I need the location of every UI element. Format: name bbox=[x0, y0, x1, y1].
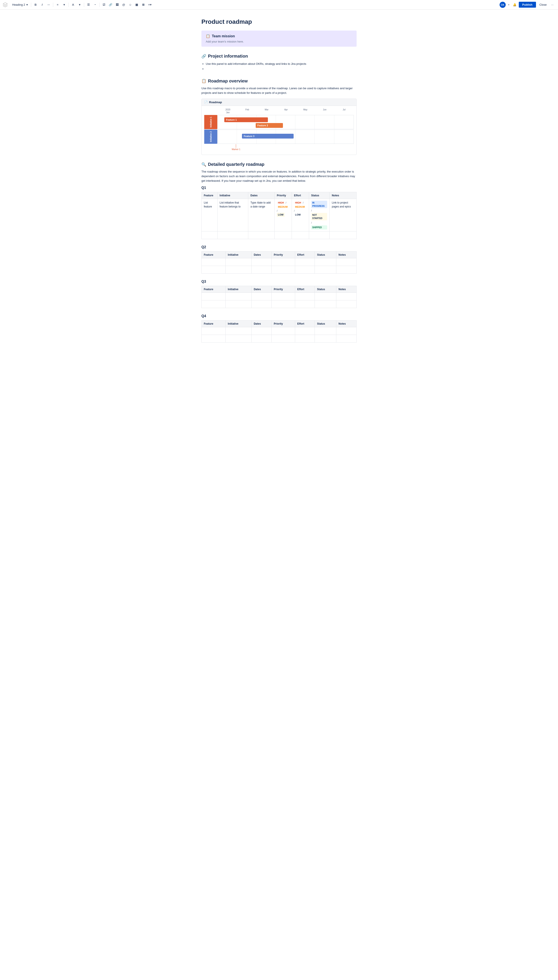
timeline-year: 2020 Jan bbox=[218, 109, 238, 114]
mention-button[interactable]: @ bbox=[121, 2, 126, 8]
table-row-empty-2 bbox=[202, 335, 356, 342]
col-status: Status bbox=[315, 286, 336, 293]
col-dates: Dates bbox=[251, 286, 272, 293]
table-row-empty-2 bbox=[202, 300, 356, 308]
col-dates: Dates bbox=[248, 192, 275, 199]
q2-section: Q2 Feature Initiative Dates Priority Eff… bbox=[202, 245, 356, 273]
table-header-row: Feature Initiative Dates Priority Effort… bbox=[202, 286, 356, 293]
col-notes: Notes bbox=[336, 251, 356, 258]
initiative-cell[interactable]: List initiative that feature belongs to bbox=[217, 199, 248, 231]
marker-label: Marker 1 bbox=[232, 148, 240, 150]
lane-label-1: Initiative 1 bbox=[204, 115, 217, 129]
col-effort: Effort bbox=[295, 251, 315, 258]
q2-title: Q2 bbox=[202, 245, 356, 249]
quarterly-roadmap-section: 🔍 Detailed quarterly roadmap The roadmap… bbox=[202, 162, 356, 342]
more-options-button[interactable]: ··· bbox=[549, 2, 555, 8]
col-initiative: Initiative bbox=[217, 192, 248, 199]
project-info-heading: 🔗 Project information bbox=[202, 54, 356, 59]
col-feature: Feature bbox=[202, 320, 226, 327]
col-feature: Feature bbox=[202, 251, 226, 258]
priority-high: HIGH bbox=[277, 201, 285, 205]
link-icon: 🔗 bbox=[202, 54, 206, 59]
col-status: Status bbox=[309, 192, 330, 199]
toolbar: Heading 2 ▾ B I ··· ≡ ▾ A ▾ ☰ ⁃ ☑ 🔗 🖼 @ … bbox=[0, 0, 558, 10]
status-in-progress: IN PROGRESS bbox=[311, 201, 327, 208]
status-cell[interactable]: IN PROGRESS / NOT STARTED / SHIPPED bbox=[309, 199, 330, 231]
q3-title: Q3 bbox=[202, 280, 356, 283]
lane-content-2: Feature 3 bbox=[217, 130, 354, 144]
table-row-empty-1 bbox=[202, 327, 356, 335]
marker-container: Marker 1 bbox=[218, 144, 354, 152]
table-header-row: Feature Initiative Dates Priority Effort… bbox=[202, 320, 356, 327]
feature2-bar: Feature 2 bbox=[256, 123, 283, 128]
page-title[interactable]: Product roadmap bbox=[202, 18, 356, 25]
dates-cell[interactable]: Type /date to add a date range bbox=[248, 199, 275, 231]
effort-cell[interactable]: HIGH / MEDIUM / LOW bbox=[292, 199, 309, 231]
heading-selector[interactable]: Heading 2 ▾ bbox=[10, 2, 30, 7]
publish-button[interactable]: Publish bbox=[519, 2, 536, 8]
mission-placeholder[interactable]: Add your team's mission here. bbox=[206, 40, 352, 43]
emoji-button[interactable]: ☺ bbox=[127, 2, 133, 8]
col-notes: Notes bbox=[330, 192, 356, 199]
bold-button[interactable]: B bbox=[33, 2, 39, 8]
roadmap-chart: 2020 Jan Feb Mar Apr May Jun Jul Initiat… bbox=[202, 106, 356, 155]
q1-title: Q1 bbox=[202, 186, 356, 190]
align-button[interactable]: ≡ bbox=[54, 2, 61, 8]
unordered-list-button[interactable]: ☰ bbox=[85, 2, 92, 8]
more-text-button[interactable]: ··· bbox=[46, 2, 52, 8]
project-info-section: 🔗 Project information Use this panel to … bbox=[202, 54, 356, 72]
close-button[interactable]: Close bbox=[537, 2, 549, 8]
roadmap-icon: 📋 bbox=[202, 79, 206, 83]
timeline-jun: Jun bbox=[315, 109, 334, 114]
status-shipped: SHIPPED bbox=[311, 226, 327, 229]
mission-header: 📋 Team mission bbox=[206, 34, 352, 38]
avatar[interactable]: CK bbox=[500, 2, 506, 8]
q1-section: Q1 Feature Initiative Dates Priority Eff… bbox=[202, 186, 356, 239]
italic-button[interactable]: I bbox=[39, 2, 45, 8]
task-button[interactable]: ☑ bbox=[101, 2, 107, 8]
add-collaborator-button[interactable]: + bbox=[506, 2, 512, 8]
list-item-empty bbox=[206, 66, 356, 71]
notes-cell[interactable]: Link to project pages and epics bbox=[330, 199, 356, 231]
feature3-bar: Feature 3 bbox=[242, 134, 294, 138]
mission-box: 📋 Team mission Add your team's mission h… bbox=[202, 31, 356, 47]
columns-button[interactable]: ⊞ bbox=[140, 2, 146, 8]
q2-table: Feature Initiative Dates Priority Effort… bbox=[202, 251, 356, 273]
col-priority: Priority bbox=[272, 286, 295, 293]
align-chevron[interactable]: ▾ bbox=[61, 2, 67, 8]
image-button[interactable]: 🖼 bbox=[114, 2, 120, 8]
heading-label: Heading 2 bbox=[12, 3, 25, 6]
col-effort: Effort bbox=[292, 192, 309, 199]
list-item: Use this panel to add information about … bbox=[206, 61, 356, 66]
table-row-empty bbox=[202, 231, 356, 239]
table-row: List feature List initiative that featur… bbox=[202, 199, 356, 231]
roadmap-macro: 📄 Roadmap 2020 Jan Feb Mar Apr May Jun J… bbox=[202, 99, 356, 155]
effort-low: LOW bbox=[294, 213, 302, 217]
timeline-feb: Feb bbox=[238, 109, 257, 114]
text-color-button[interactable]: A bbox=[70, 2, 76, 8]
color-chevron[interactable]: ▾ bbox=[77, 2, 83, 8]
color-group: A ▾ bbox=[70, 2, 83, 8]
search-icon: 🔍 bbox=[202, 162, 206, 167]
feature-cell[interactable]: List feature bbox=[202, 199, 218, 231]
col-feature: Feature bbox=[202, 192, 218, 199]
lane-label-2: Initiative 2 bbox=[204, 130, 217, 144]
roadmap-overview-section: 📋 Roadmap overview Use this roadmap macr… bbox=[202, 79, 356, 155]
ordered-list-button[interactable]: ⁃ bbox=[92, 2, 98, 8]
table-button[interactable]: ▦ bbox=[134, 2, 140, 8]
timeline-jul: Jul bbox=[334, 109, 354, 114]
more-insert-button[interactable]: +▾ bbox=[147, 2, 153, 8]
col-effort: Effort bbox=[295, 320, 315, 327]
lane-row-2: Initiative 2 Feature 3 bbox=[204, 130, 354, 144]
q3-section: Q3 Feature Initiative Dates Priority Eff… bbox=[202, 280, 356, 308]
priority-cell[interactable]: HIGH / MEDIUM / LOW bbox=[275, 199, 292, 231]
link-button[interactable]: 🔗 bbox=[107, 2, 113, 8]
col-initiative: Initiative bbox=[226, 320, 251, 327]
lane-content-1: Feature 1 Feature 2 bbox=[217, 115, 354, 129]
q3-table: Feature Initiative Dates Priority Effort… bbox=[202, 286, 356, 308]
project-info-list: Use this panel to add information about … bbox=[202, 61, 356, 72]
notifications-button[interactable]: 🔔 bbox=[512, 2, 518, 8]
quarterly-description: The roadmap shows the sequence in which … bbox=[202, 170, 356, 183]
q1-table: Feature Initiative Dates Priority Effort… bbox=[202, 192, 356, 239]
list-group: ☰ ⁃ bbox=[85, 2, 98, 8]
